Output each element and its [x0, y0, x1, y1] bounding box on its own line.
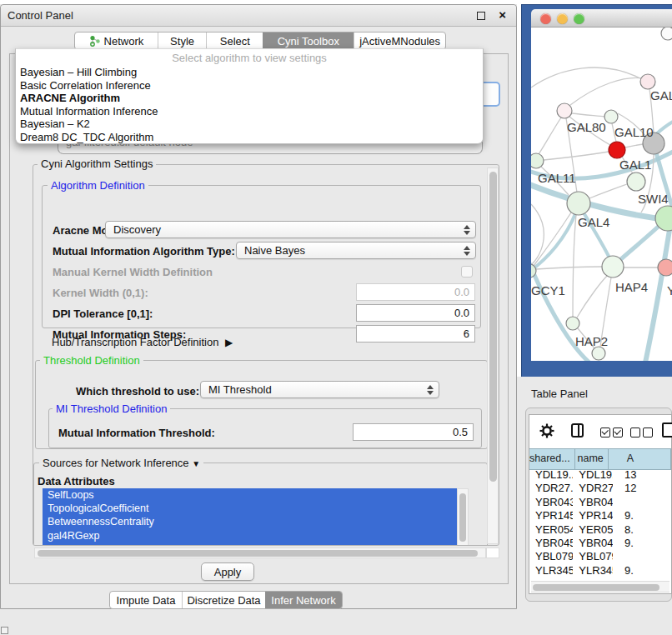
table-row[interactable]: YBL079WYBL079W — [529, 550, 671, 563]
network-node[interactable] — [640, 74, 655, 89]
table-cell[interactable]: YLR345W — [529, 564, 573, 578]
table-cell[interactable]: YPR145W — [529, 509, 573, 522]
table-cell[interactable]: YIL052C — [529, 578, 573, 579]
settings-vertical-scrollbar[interactable] — [487, 168, 499, 544]
algorithm-option[interactable]: Bayesian – Hill Climbing — [16, 66, 483, 79]
network-node[interactable] — [604, 110, 618, 123]
network-edge[interactable] — [534, 212, 571, 266]
tab-discretize-data[interactable]: Discretize Data — [182, 592, 265, 608]
tab-network[interactable]: Network — [75, 32, 158, 49]
kernel-width-input[interactable]: 0.0 — [356, 283, 475, 301]
network-edge[interactable] — [539, 118, 561, 154]
sources-title-wrap[interactable]: Sources for Network Inference ▼ — [39, 458, 203, 470]
scrollbar-thumb[interactable] — [489, 172, 497, 482]
table-cell[interactable] — [613, 496, 671, 509]
unselect-all-columns-icon[interactable] — [630, 428, 653, 440]
select-all-columns-icon[interactable] — [600, 428, 623, 440]
network-node[interactable] — [592, 347, 605, 360]
network-window-titlebar[interactable] — [531, 9, 672, 28]
network-node[interactable] — [557, 103, 572, 118]
network-node[interactable] — [661, 28, 672, 40]
algorithm-option[interactable]: Mutual Information Inference — [16, 105, 483, 118]
gear-icon[interactable] — [539, 423, 554, 438]
table-cell[interactable]: YBR043C — [573, 496, 613, 509]
table-row[interactable]: YBR045CYBR045C9. — [529, 537, 671, 550]
network-edge[interactable] — [573, 215, 576, 317]
table-cell[interactable]: YBL079W — [529, 550, 573, 563]
table-cell[interactable]: YDL19... — [573, 468, 613, 482]
close-traffic-light[interactable] — [540, 13, 551, 24]
network-node[interactable] — [609, 142, 625, 158]
column-header[interactable]: name — [575, 448, 609, 470]
network-edge[interactable] — [589, 184, 627, 198]
mi-threshold-input[interactable]: 0.5 — [353, 423, 474, 441]
algorithm-option[interactable]: Dream8 DC_TDC Algorithm — [16, 131, 483, 144]
scrollbar-thumb[interactable] — [533, 584, 659, 591]
tab-cyni-toolbox[interactable]: Cyni Toolbox — [263, 32, 354, 49]
table-cell[interactable]: YLR345W — [573, 564, 613, 578]
algorithm-option[interactable]: ARACNE Algorithm — [16, 92, 483, 105]
table-horizontal-scrollbar[interactable] — [531, 581, 669, 592]
hub-definition-toggle[interactable]: Hub/Transcription Factor Definition ▶ — [52, 336, 229, 348]
table-cell[interactable]: 9. — [613, 537, 671, 550]
network-node[interactable] — [567, 192, 590, 215]
which-threshold-select[interactable]: MI Threshold — [200, 381, 439, 398]
aracne-mode-select[interactable]: Discovery — [105, 221, 476, 238]
attribute-item[interactable]: BetweennessCentrality — [43, 515, 457, 528]
table-cell[interactable]: YBL079W — [573, 550, 613, 563]
network-node[interactable] — [602, 256, 624, 278]
manual-kernel-checkbox[interactable] — [461, 266, 473, 278]
scrollbar-thumb[interactable] — [38, 550, 478, 557]
file-icon[interactable] — [662, 422, 672, 438]
table-row[interactable]: YDR27...YDR27...12 — [529, 482, 671, 495]
network-edge[interactable] — [645, 230, 669, 361]
network-edge[interactable] — [656, 119, 672, 134]
attribute-item[interactable]: gal4RGexp — [43, 529, 457, 542]
table-row[interactable]: YER054CYER054C8. — [529, 523, 671, 537]
attribute-item[interactable]: TopologicalCoefficient — [43, 502, 457, 515]
expanded-arrow-icon[interactable]: ▼ — [192, 459, 200, 468]
scrollbar-thumb[interactable] — [459, 493, 466, 542]
tab-style[interactable]: Style — [158, 32, 206, 49]
table-row[interactable]: YIL052CYIL052C9. — [529, 578, 671, 579]
table-cell[interactable]: 9. — [613, 578, 671, 579]
network-edge[interactable] — [577, 275, 608, 318]
dpi-tolerance-input[interactable]: 0.0 — [356, 304, 475, 322]
network-edge[interactable] — [570, 78, 643, 105]
network-node[interactable] — [658, 259, 672, 276]
algorithm-option[interactable]: Basic Correlation Inference — [16, 79, 483, 92]
minimize-traffic-light[interactable] — [557, 13, 568, 24]
tab-jactivemnodules[interactable]: jActiveMNodules — [354, 32, 445, 49]
table-cell[interactable]: YBR043C — [529, 496, 573, 509]
table-cell[interactable]: YDR27... — [529, 482, 573, 495]
column-header[interactable]: shared... — [529, 448, 575, 470]
attribute-item[interactable]: SelfLoops — [43, 488, 457, 502]
network-edge[interactable] — [536, 267, 602, 269]
table-row[interactable]: YDL19...YDL19...13 — [529, 468, 671, 482]
network-canvas[interactable]: GALGAL80GAL10GAL1GAL11SWI4GAL4GCY1HAP4YH… — [531, 28, 672, 361]
table-cell[interactable]: 12 — [613, 482, 671, 495]
table-cell[interactable]: 8. — [613, 523, 671, 537]
split-panel-icon[interactable] — [571, 423, 584, 438]
tab-select[interactable]: Select — [206, 32, 263, 49]
network-edge[interactable] — [531, 68, 640, 88]
network-edge[interactable] — [531, 204, 544, 268]
table-cell[interactable]: 9. — [613, 564, 671, 578]
network-node[interactable] — [627, 172, 645, 191]
table-cell[interactable]: YBR045C — [573, 537, 613, 550]
tab-impute-data[interactable]: Impute Data — [110, 592, 182, 608]
network-edge[interactable] — [572, 113, 604, 117]
control-panel-titlebar[interactable]: Control Panel × — [1, 5, 516, 27]
table-row[interactable]: YBR043CYBR043C — [529, 496, 671, 509]
attributes-list-scrollbar[interactable] — [457, 488, 469, 546]
table-cell[interactable]: YDL19... — [529, 468, 573, 482]
table-cell[interactable]: YER054C — [529, 523, 573, 537]
close-icon[interactable]: × — [499, 8, 506, 22]
data-attributes-list[interactable]: SelfLoopsTopologicalCoefficientBetweenne… — [43, 488, 457, 546]
mi-steps-input[interactable]: 6 — [356, 325, 475, 342]
apply-button[interactable]: Apply — [201, 562, 254, 581]
zoom-traffic-light[interactable] — [574, 13, 584, 24]
grip-icon[interactable] — [1, 627, 8, 634]
table-row[interactable]: YLR345WYLR345W9. — [529, 564, 671, 578]
collapsed-arrow-icon[interactable]: ▶ — [225, 337, 233, 348]
